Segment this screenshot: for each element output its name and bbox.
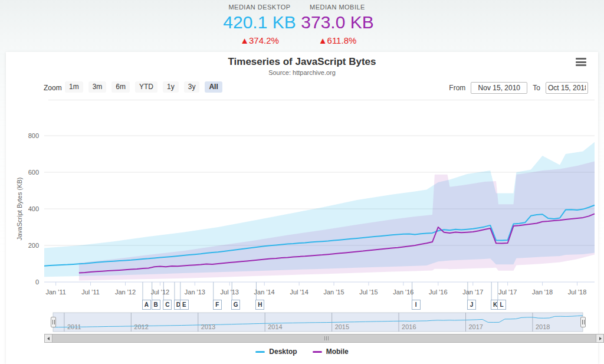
x-axis-label: Jan '17 (457, 288, 490, 296)
median-mobile-label: MEDIAN MOBILE (273, 4, 402, 11)
flag-f[interactable]: F (213, 300, 222, 310)
navigator-year-label: 2013 (201, 323, 215, 330)
export-menu-button[interactable] (576, 58, 586, 66)
x-axis-label: Jul '17 (491, 288, 524, 296)
x-axis-label: Jul '12 (143, 288, 176, 296)
zoom-button-1y[interactable]: 1y (163, 81, 179, 93)
median-mobile-delta: ▲611.8% (273, 35, 402, 45)
legend: DesktopMobile (0, 347, 604, 356)
flag-g[interactable]: G (231, 300, 240, 310)
y-axis-label-800: 800 (17, 132, 39, 139)
y-axis-label-600: 600 (17, 169, 39, 176)
zoom-button-3m[interactable]: 3m (88, 81, 107, 93)
up-triangle-icon: ▲ (240, 35, 249, 45)
x-axis-label: Jan '16 (387, 288, 420, 296)
y-axis-label-0: 0 (17, 278, 39, 286)
chart-subtitle: Source: httparchive.org (0, 69, 604, 76)
navigator-scrollbar[interactable] (44, 334, 604, 343)
scrollbar-grip[interactable] (324, 336, 329, 340)
legend-item-mobile[interactable]: Mobile (313, 347, 349, 356)
x-axis-label: Jul '16 (422, 288, 455, 296)
zoom-button-6m[interactable]: 6m (111, 81, 130, 93)
zoom-button-ytd[interactable]: YTD (135, 81, 157, 93)
scrollbar-left-arrow-button[interactable] (44, 334, 52, 343)
x-axis-label: Jul '18 (561, 288, 594, 296)
median-mobile-value: 373.0 KB (273, 12, 402, 32)
x-axis-label: Jul '13 (213, 288, 246, 296)
flag-j[interactable]: J (467, 300, 476, 310)
navigator-year-label: 2014 (268, 323, 282, 330)
navigator-year-label: 2012 (134, 323, 148, 330)
x-axis-label: Jan '12 (109, 288, 142, 296)
toolbar-divider (48, 100, 595, 100)
flag-i[interactable]: I (412, 300, 421, 310)
x-axis-label: Jan '15 (317, 288, 350, 296)
navigator-year-label: 2015 (335, 323, 349, 330)
scrollbar-right-arrow-button[interactable] (596, 334, 604, 343)
chart-title: Timeseries of JavaScript Bytes (0, 56, 604, 68)
zoom-button-3y[interactable]: 3y (184, 81, 200, 93)
chart-card (6, 52, 598, 364)
navigator-year-label: 2018 (536, 323, 550, 330)
up-triangle-icon: ▲ (319, 35, 327, 45)
page: MEDIAN DESKTOP 420.1 KB ▲374.2% MEDIAN M… (0, 0, 604, 364)
navigator-right-handle[interactable] (580, 317, 586, 327)
median-mobile-stat: MEDIAN MOBILE 373.0 KB ▲611.8% (273, 4, 402, 45)
flag-b[interactable]: B (152, 300, 160, 310)
legend-swatch-icon (313, 351, 322, 353)
from-label: From (449, 84, 465, 92)
x-axis-label: Jan '13 (178, 288, 211, 296)
from-date-input[interactable] (471, 82, 527, 94)
zoom-label: Zoom (44, 84, 62, 92)
zoom-button-all[interactable]: All (205, 81, 222, 93)
legend-label: Mobile (326, 347, 349, 356)
y-axis-label-400: 400 (17, 205, 39, 212)
x-axis-label: Jul '15 (352, 288, 385, 296)
legend-item-desktop[interactable]: Desktop (255, 347, 297, 356)
left-arrow-icon (47, 337, 50, 340)
x-axis-label: Jul '14 (283, 288, 316, 296)
legend-swatch-icon (255, 351, 265, 353)
legend-label: Desktop (269, 347, 297, 356)
navigator-year-label: 2011 (67, 323, 81, 330)
x-axis-label: Jan '14 (248, 288, 281, 296)
x-axis-label: Jan '11 (40, 288, 73, 296)
flag-e[interactable]: E (180, 300, 189, 310)
zoom-button-1m[interactable]: 1m (65, 81, 83, 93)
flag-a[interactable]: A (142, 300, 151, 310)
x-axis-label: Jan '18 (526, 288, 559, 296)
zoom-buttons: 1m3m6mYTD1y3yAll (65, 81, 222, 93)
x-axis-label: Jul '11 (74, 288, 107, 296)
navigator-year-label: 2017 (468, 323, 482, 330)
flag-h[interactable]: H (255, 300, 264, 310)
navigator-year-label: 2016 (402, 323, 416, 330)
flag-c[interactable]: C (163, 300, 172, 310)
flag-l[interactable]: L (497, 300, 506, 310)
range-inputs: From To (449, 82, 588, 94)
hamburger-icon (576, 58, 586, 60)
navigator-left-handle[interactable] (51, 317, 56, 327)
to-date-input[interactable] (546, 82, 588, 94)
y-axis-label-200: 200 (17, 242, 39, 249)
median-mobile-delta-text: 611.8% (327, 35, 357, 45)
to-label: To (533, 84, 540, 92)
right-arrow-icon (599, 337, 602, 340)
